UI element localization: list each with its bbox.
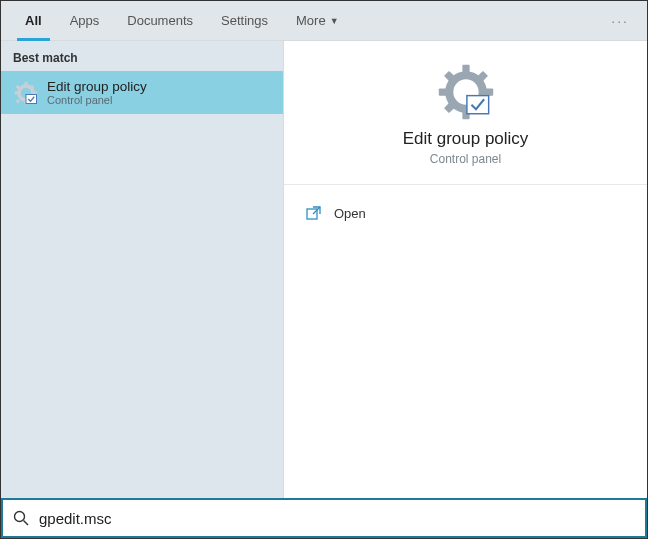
svg-rect-0 <box>26 94 37 103</box>
search-bar[interactable] <box>1 498 647 538</box>
svg-point-11 <box>15 512 25 522</box>
details-pane: Edit group policy Control panel Open <box>284 41 647 498</box>
filter-tabs: All Apps Documents Settings More ▼ ··· <box>1 1 647 41</box>
tab-documents[interactable]: Documents <box>113 1 207 41</box>
svg-rect-4 <box>484 88 493 95</box>
tab-label: Documents <box>127 13 193 28</box>
svg-line-12 <box>24 521 29 526</box>
chevron-down-icon: ▼ <box>330 16 339 26</box>
tab-label: Apps <box>70 13 100 28</box>
tab-label: All <box>25 13 42 28</box>
result-title: Edit group policy <box>47 79 147 94</box>
tab-label: More <box>296 13 326 28</box>
open-external-icon <box>306 205 322 221</box>
svg-rect-9 <box>466 96 488 114</box>
details-subtitle: Control panel <box>302 152 629 166</box>
result-text: Edit group policy Control panel <box>47 79 147 106</box>
best-match-heading: Best match <box>1 41 283 71</box>
tab-apps[interactable]: Apps <box>56 1 114 41</box>
svg-rect-1 <box>462 65 469 74</box>
gear-check-icon <box>437 63 495 121</box>
search-input[interactable] <box>39 510 635 527</box>
actions-list: Open <box>284 185 647 241</box>
results-pane: Best match Edit group policy Control pan… <box>1 41 284 498</box>
search-icon <box>13 510 29 526</box>
svg-rect-10 <box>307 209 317 219</box>
result-subtitle: Control panel <box>47 94 147 106</box>
tab-settings[interactable]: Settings <box>207 1 282 41</box>
tab-more[interactable]: More ▼ <box>282 1 353 41</box>
details-hero: Edit group policy Control panel <box>284 41 647 185</box>
details-title: Edit group policy <box>302 129 629 149</box>
action-label: Open <box>334 206 366 221</box>
gear-check-icon <box>14 81 38 105</box>
tab-all[interactable]: All <box>11 1 56 41</box>
tab-label: Settings <box>221 13 268 28</box>
overflow-menu-button[interactable]: ··· <box>603 7 637 35</box>
svg-rect-3 <box>438 88 447 95</box>
result-item[interactable]: Edit group policy Control panel <box>1 71 283 114</box>
action-open[interactable]: Open <box>302 199 629 227</box>
main: Best match Edit group policy Control pan… <box>1 41 647 498</box>
result-icon <box>13 80 39 106</box>
